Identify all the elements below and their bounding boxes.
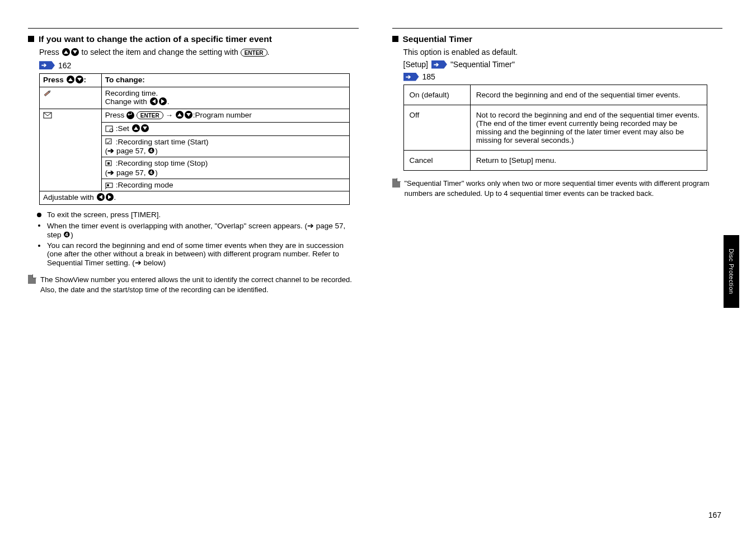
square-bullet-icon — [392, 36, 398, 42]
pencil-icon — [43, 90, 52, 97]
left-note: The ShowView number you entered allows t… — [28, 275, 359, 294]
enter-button-icon: ENTER — [137, 111, 163, 119]
dpad-left-right-icon — [149, 97, 167, 107]
dpad-up-down-icon — [62, 48, 79, 58]
dpad-left-right-icon — [96, 193, 114, 203]
square-bullet-icon — [28, 36, 34, 42]
left-reference-link: ➔ 162 — [39, 61, 359, 70]
svg-point-9 — [107, 184, 109, 186]
left-lead-text: Press to select the item and change the … — [39, 48, 359, 58]
dpad-up-down-icon — [175, 111, 193, 120]
svg-rect-0 — [44, 91, 50, 96]
bullet-sequential-note: You can record the beginning and end of … — [37, 241, 359, 267]
table-header-press: Press : — [40, 73, 102, 87]
arrow-tag-icon: ➔ — [431, 60, 447, 69]
right-section-title: Sequential Timer — [392, 34, 723, 44]
right-note: "Sequential Timer" works only when two o… — [392, 179, 723, 198]
note-icon — [28, 275, 36, 284]
right-options-table: On (default) Record the beginning and en… — [403, 85, 707, 171]
table-row: Adjustable with . — [40, 191, 350, 205]
arrow-tag-icon: ➔ — [403, 73, 419, 81]
table-header-change: To change: — [101, 73, 349, 87]
bullet-overlap-note: When the timer event is overlapping with… — [37, 221, 359, 239]
table-row: Press ENTER → :Program number — [40, 109, 350, 122]
right-body-b: [Setup] ➔ "Sequential Timer" — [403, 60, 723, 69]
left-settings-table: Press : To change: Recording time. Chang… — [39, 73, 350, 205]
svg-rect-7 — [107, 162, 110, 165]
table-row: Off Not to record the beginning and end … — [403, 105, 707, 151]
clock-stop-icon — [105, 160, 114, 168]
dpad-up-down-icon — [66, 76, 84, 85]
table-row: On (default) Record the beginning and en… — [403, 85, 707, 105]
enter-icon — [126, 111, 134, 119]
enter-button-icon: ENTER — [241, 49, 267, 57]
table-row: Cancel Return to [Setup] menu. — [403, 151, 707, 171]
bullet-exit-note: To exit the screen, press [TIMER]. — [37, 210, 359, 219]
note-icon — [392, 179, 400, 188]
table-row: Recording time. Change with . — [40, 87, 350, 109]
calendar-set-icon — [105, 125, 114, 133]
dpad-up-down-icon — [132, 124, 149, 134]
rec-mode-icon — [105, 181, 114, 189]
left-section-title: If you want to change the action of a sp… — [28, 34, 359, 44]
side-tab: Disc Protection — [724, 235, 739, 308]
right-reference-link: ➔ 185 — [403, 72, 723, 81]
svg-rect-5 — [106, 139, 111, 144]
clock-start-icon — [105, 138, 114, 146]
arrow-tag-icon: ➔ — [39, 61, 55, 69]
right-body-a: This option is enabled as default. — [403, 48, 723, 57]
page-number: 167 — [708, 510, 721, 519]
envelope-icon — [43, 111, 52, 119]
